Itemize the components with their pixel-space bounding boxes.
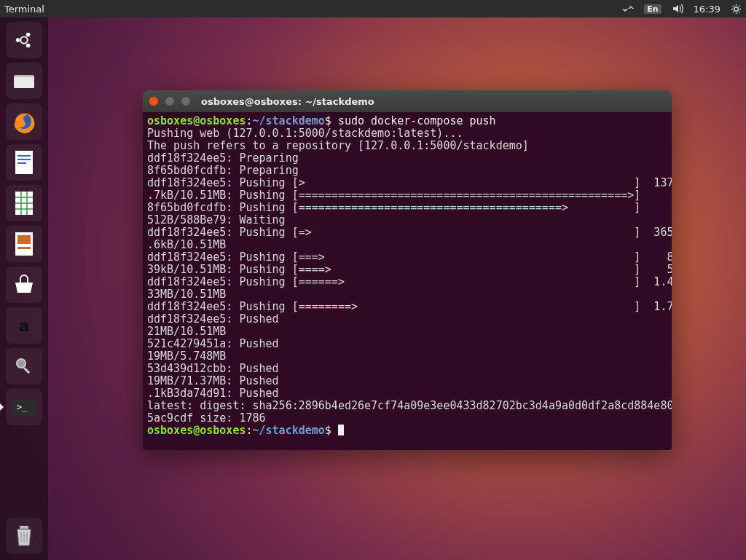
svg-rect-20 (20, 526, 28, 529)
terminal-icon[interactable]: >_ (6, 389, 42, 425)
clock[interactable]: 16:39 (694, 4, 721, 15)
language-indicator[interactable]: En (644, 4, 661, 14)
svg-point-4 (26, 44, 31, 48)
output-line: The push refers to a repository [127.0.0… (147, 139, 529, 152)
terminal-titlebar[interactable]: osboxes@osboxes: ~/stackdemo (143, 90, 672, 112)
svg-point-1 (20, 36, 27, 43)
dash-icon[interactable] (6, 22, 42, 58)
output-line: Pushing web (127.0.0.1:5000/stackdemo:la… (147, 127, 463, 140)
prompt-user: osboxes@osboxes (147, 424, 246, 437)
output-line: 39kB/10.51MB: Pushing [====> ] 5 (147, 263, 672, 276)
output-line: 53d439d12cbb: Pushed (147, 362, 279, 375)
calc-icon[interactable] (6, 185, 42, 221)
svg-rect-14 (17, 235, 31, 244)
svg-point-16 (17, 359, 25, 368)
terminal-window: osboxes@osboxes: ~/stackdemo osboxes@osb… (143, 90, 672, 450)
network-icon[interactable] (622, 3, 634, 15)
output-line: .6kB/10.51MB (147, 238, 226, 251)
firefox-icon[interactable] (6, 103, 42, 140)
window-minimize-button[interactable] (165, 96, 175, 106)
active-app-title: Terminal (4, 4, 44, 15)
svg-rect-15 (17, 247, 31, 249)
prompt-path: ~/stackdemo (253, 114, 325, 127)
output-line: ddf18f324ee5: Pushing [> ] 137 (147, 176, 672, 189)
writer-icon[interactable] (6, 144, 42, 181)
output-line: 8f65bd0fcdfb: Preparing (147, 164, 299, 177)
output-line: 521c4279451a: Pushed (147, 337, 279, 350)
terminal-title: osboxes@osboxes: ~/stackdemo (201, 96, 374, 107)
output-line: ddf18f324ee5: Pushing [=> ] 365 (147, 226, 672, 239)
output-line: 19MB/5.748MB (147, 350, 226, 363)
output-line: ddf18f324ee5: Pushing [===> ] 8 (147, 251, 672, 264)
output-line: 21MB/10.51MB (147, 325, 226, 338)
impress-icon[interactable] (6, 226, 42, 262)
svg-rect-17 (23, 367, 30, 374)
cursor (338, 425, 344, 435)
svg-rect-6 (14, 77, 34, 88)
output-line: 8f65bd0fcdfb: Pushing [=================… (147, 201, 640, 214)
output-line: ddf18f324ee5: Pushing [========> ] 1.7 (147, 300, 672, 313)
svg-point-2 (16, 38, 20, 42)
software-icon[interactable] (6, 267, 42, 303)
output-line: 512B/588Be79: Waiting (147, 213, 286, 226)
svg-point-3 (26, 33, 31, 37)
output-line: 33MB/10.51MB (147, 288, 226, 301)
output-line: .7kB/10.51MB: Pushing [=================… (147, 189, 640, 202)
output-line: ddf18f324ee5: Preparing (147, 151, 299, 165)
entered-command: sudo docker-compose push (331, 114, 496, 127)
svg-rect-9 (17, 155, 31, 157)
gear-icon[interactable] (731, 4, 742, 15)
trash-icon[interactable] (6, 518, 42, 554)
settings-icon[interactable] (6, 348, 42, 384)
prompt-user: osboxes@osboxes (147, 114, 246, 127)
output-line: latest: digest: sha256:2896b4ed26e7cf74a… (147, 399, 672, 412)
output-line: ddf18f324ee5: Pushing [======> ] 1.4 (147, 275, 672, 288)
sound-icon[interactable] (672, 3, 683, 15)
window-maximize-button[interactable] (181, 96, 191, 106)
terminal-body[interactable]: osboxes@osboxes:~/stackdemo$ sudo docker… (143, 112, 672, 450)
output-line: ddf18f324ee5: Pushed (147, 312, 279, 326)
output-line: 19MB/71.37MB: Pushed (147, 374, 279, 387)
svg-rect-10 (17, 159, 31, 160)
svg-text:>_: >_ (17, 402, 28, 412)
prompt-path: ~/stackdemo (253, 424, 325, 437)
output-line: 5ac9cdf size: 1786 (147, 411, 266, 425)
amazon-icon[interactable]: a (6, 307, 42, 344)
svg-point-0 (734, 7, 739, 11)
files-icon[interactable] (6, 63, 42, 99)
unity-launcher: a >_ (0, 17, 48, 560)
window-close-button[interactable] (149, 96, 159, 106)
output-line: .1kB3da74d91: Pushed (147, 387, 279, 400)
svg-rect-11 (17, 162, 26, 164)
top-menubar: Terminal En 16:39 (0, 0, 746, 17)
